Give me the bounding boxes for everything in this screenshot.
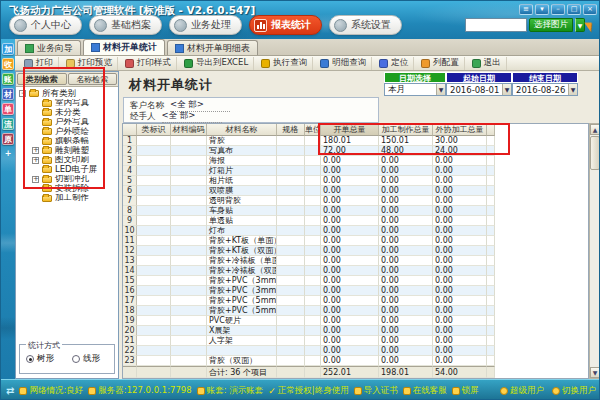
- status-item-online-service[interactable]: 在线客服: [403, 385, 447, 397]
- table-row[interactable]: 3海报0.000.000.00: [123, 156, 588, 166]
- scroll-thumb[interactable]: [590, 136, 600, 170]
- column-header-3[interactable]: 材料名称: [207, 124, 277, 136]
- toolbar-print-preview-button[interactable]: 打印预览: [61, 57, 118, 70]
- table-row[interactable]: 220.000.000.00: [123, 346, 588, 356]
- radio-selected-icon[interactable]: [26, 355, 34, 363]
- toolbar-export-excel-button[interactable]: 导出到EXCEL: [179, 57, 254, 70]
- table-row[interactable]: 1背胶180.01150.0130.00: [123, 136, 588, 146]
- column-header-blank[interactable]: [123, 124, 137, 136]
- table-row[interactable]: 12背胶+KT板（双面）0.000.000.00: [123, 246, 588, 256]
- scroll-up-icon[interactable]: ▲: [590, 124, 600, 135]
- toolbar-detail-query-button[interactable]: 明细查询: [315, 57, 372, 70]
- stats-mode-option-1[interactable]: 树形: [26, 353, 54, 365]
- table-row[interactable]: 15背胶+PVC（3mm单0.000.000.00: [123, 276, 588, 286]
- chevron-down-icon[interactable]: ▼: [436, 84, 445, 95]
- table-row[interactable]: 14背胶+冷裱板（双面）0.000.000.00: [123, 266, 588, 276]
- quick-button-7[interactable]: 原: [2, 133, 14, 145]
- table-row[interactable]: 7透明背胶0.000.000.00: [123, 196, 588, 206]
- status-item-server[interactable]: 服务器:127.0.0.1:7798: [88, 385, 191, 397]
- table-row[interactable]: 23背胶（双面）0.000.000.00: [123, 356, 588, 366]
- quick-button-5[interactable]: 单: [2, 103, 14, 115]
- nav-item-3[interactable]: 业务处理: [169, 15, 242, 35]
- tab-3[interactable]: 材料开单明细表: [167, 40, 258, 55]
- table-row[interactable]: 4灯箱片0.000.000.00: [123, 166, 588, 176]
- status-item-import-certificate[interactable]: 导入证书: [354, 385, 398, 397]
- table-row[interactable]: 19PVC硬片0.000.000.00: [123, 316, 588, 326]
- date-select-2[interactable]: 2016-08-01▼: [446, 83, 512, 96]
- table-row[interactable]: 10灯布0.000.000.00: [123, 226, 588, 236]
- close-icon[interactable]: ×: [583, 4, 597, 15]
- tab-2[interactable]: 材料开单统计: [83, 39, 165, 55]
- quick-button-8[interactable]: +: [2, 148, 14, 160]
- vertical-scrollbar[interactable]: ▲ ▼: [589, 123, 600, 379]
- toolbar-run-query-button[interactable]: 执行查询: [256, 57, 313, 70]
- table-row[interactable]: 8车身贴0.000.000.00: [123, 206, 588, 216]
- window-dropdown-icon[interactable]: ▾: [535, 4, 549, 15]
- sidebar-tab-2[interactable]: 名称检索: [68, 73, 118, 85]
- table-row[interactable]: 11背胶+KT板（单面）0.000.000.00: [123, 236, 588, 246]
- status-item-switch-user[interactable]: 切换用户: [552, 385, 596, 397]
- status-item-super-user[interactable]: 超级用户: [500, 385, 544, 397]
- quick-button-4[interactable]: 材: [2, 88, 14, 100]
- column-header-2[interactable]: 材料编码: [171, 124, 207, 136]
- tree-item-8[interactable]: LED电子屏: [19, 165, 118, 175]
- table-row[interactable]: 21人字架0.000.000.00: [123, 336, 588, 346]
- tab-1[interactable]: 业务向导: [17, 40, 81, 55]
- tree-item-6[interactable]: +雕刻雕塑: [19, 146, 118, 156]
- table-row[interactable]: 17背胶+PVC（5mm单0.000.000.00: [123, 296, 588, 306]
- sidebar-tab-1[interactable]: 类别检索: [17, 73, 67, 85]
- column-header-6[interactable]: 开单总量: [321, 124, 379, 136]
- table-row[interactable]: 16背胶+PVC（3mm双0.000.000.00: [123, 286, 588, 296]
- table-row[interactable]: 13背胶+冷裱板（单面）0.000.000.00: [123, 256, 588, 266]
- quick-button-2[interactable]: 收: [2, 58, 14, 70]
- tree-item-9[interactable]: +切割冲孔: [19, 175, 118, 185]
- image-search-input[interactable]: [465, 18, 527, 32]
- nav-item-1[interactable]: 个人中心: [9, 15, 82, 35]
- date-select-3[interactable]: 2016-08-26▼: [512, 83, 578, 96]
- status-item-network-status[interactable]: 网络情况:良好: [19, 385, 83, 397]
- toolbar-print-button[interactable]: 打印: [19, 57, 59, 70]
- column-header-blank[interactable]: [487, 124, 495, 136]
- maximize-icon[interactable]: □: [567, 4, 581, 15]
- tree-item-5[interactable]: 旗帜条幅: [19, 137, 118, 147]
- scroll-down-icon[interactable]: ▼: [590, 367, 600, 378]
- collapse-icon[interactable]: -: [19, 90, 26, 97]
- expand-icon[interactable]: +: [32, 176, 39, 183]
- expand-icon[interactable]: +: [32, 147, 39, 154]
- tree-item-7[interactable]: +图文印刷: [19, 156, 118, 166]
- tree-item-3[interactable]: 户外写真: [19, 118, 118, 128]
- table-row[interactable]: 5相片纸0.000.000.00: [123, 176, 588, 186]
- chevron-down-icon[interactable]: ▼: [568, 84, 577, 95]
- select-image-dropdown-icon[interactable]: ▼: [575, 18, 585, 32]
- tree-item-11[interactable]: 加工制作: [19, 194, 118, 204]
- tree-item-4[interactable]: 户外喷绘: [19, 127, 118, 137]
- nav-item-4[interactable]: 报表统计: [249, 15, 322, 35]
- tree-item-1[interactable]: 室内写真: [19, 99, 118, 109]
- table-row[interactable]: 18背胶+PVC（5mm双0.000.000.00: [123, 306, 588, 316]
- toolbar-column-config-button[interactable]: 列配置: [416, 57, 465, 70]
- status-item-account-set[interactable]: 账套: 演示账套: [197, 385, 264, 397]
- quick-button-3[interactable]: 账: [2, 73, 14, 85]
- filter-value[interactable]: <全 部>: [162, 110, 222, 123]
- table-row[interactable]: 6双喷膜0.000.000.00: [123, 186, 588, 196]
- nav-item-2[interactable]: 基础档案: [89, 15, 162, 35]
- date-select-1[interactable]: 本月▼: [384, 83, 446, 96]
- column-header-5[interactable]: 单位: [305, 124, 321, 136]
- tree-item-2[interactable]: 未分类: [19, 108, 118, 118]
- table-row[interactable]: 2写真布72.0048.0024.00: [123, 146, 588, 156]
- status-item-license-check[interactable]: ✓正常授权|终身使用: [268, 385, 348, 397]
- quick-button-1[interactable]: 加: [2, 43, 14, 55]
- nav-item-5[interactable]: 系统设置: [329, 15, 402, 35]
- toolbar-locate-button[interactable]: 定位: [374, 57, 414, 70]
- radio-icon[interactable]: [72, 355, 80, 363]
- select-image-button[interactable]: 选择图片: [529, 18, 573, 32]
- chevron-down-icon[interactable]: ▼: [502, 84, 511, 95]
- status-item-lock-screen[interactable]: 锁屏: [452, 385, 479, 397]
- toolbar-exit-button[interactable]: 退出: [467, 57, 507, 70]
- column-header-4[interactable]: 规格: [277, 124, 305, 136]
- column-header-1[interactable]: 类标识: [137, 124, 171, 136]
- column-header-8[interactable]: 外协加工总量: [433, 124, 487, 136]
- tree-root[interactable]: -所有类别: [19, 89, 118, 99]
- stats-mode-option-2[interactable]: 线形: [72, 353, 100, 365]
- quick-button-6[interactable]: 流: [2, 118, 14, 130]
